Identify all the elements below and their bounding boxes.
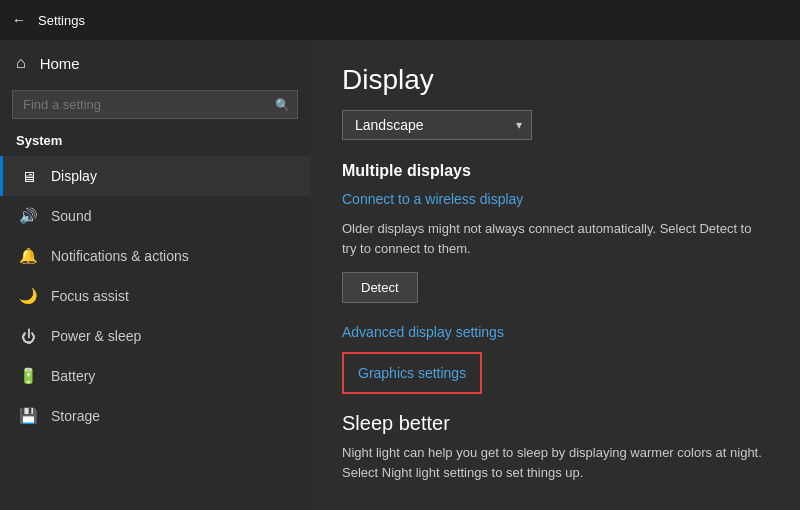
back-button[interactable]: ← xyxy=(12,12,26,28)
sleep-better-heading: Sleep better xyxy=(342,412,768,435)
sound-icon: 🔊 xyxy=(19,207,37,225)
main-layout: ⌂ Home 🔍 System 🖥 Display 🔊 Sound 🔔 Noti… xyxy=(0,40,800,510)
focus-assist-icon: 🌙 xyxy=(19,287,37,305)
sidebar-item-label-sound: Sound xyxy=(51,208,91,224)
detect-button[interactable]: Detect xyxy=(342,272,418,303)
advanced-display-link[interactable]: Advanced display settings xyxy=(342,324,504,340)
home-icon: ⌂ xyxy=(16,54,26,72)
sidebar-item-power-sleep[interactable]: ⏻ Power & sleep xyxy=(0,316,310,356)
sidebar-item-sound[interactable]: 🔊 Sound xyxy=(0,196,310,236)
sidebar-home[interactable]: ⌂ Home xyxy=(0,40,310,86)
sidebar-item-notifications[interactable]: 🔔 Notifications & actions xyxy=(0,236,310,276)
sidebar-search-container: 🔍 xyxy=(12,90,298,119)
orientation-dropdown[interactable]: Landscape Portrait Landscape (flipped) P… xyxy=(342,110,532,140)
sidebar-item-battery[interactable]: 🔋 Battery xyxy=(0,356,310,396)
sidebar-section-title: System xyxy=(0,129,310,156)
sidebar-item-focus-assist[interactable]: 🌙 Focus assist xyxy=(0,276,310,316)
sidebar-item-storage[interactable]: 💾 Storage xyxy=(0,396,310,436)
sidebar-item-label-storage: Storage xyxy=(51,408,100,424)
content-area: Display Landscape Portrait Landscape (fl… xyxy=(310,40,800,510)
orientation-dropdown-wrapper: Landscape Portrait Landscape (flipped) P… xyxy=(342,110,532,140)
power-icon: ⏻ xyxy=(19,327,37,345)
wireless-display-link[interactable]: Connect to a wireless display xyxy=(342,191,523,207)
graphics-settings-box: Graphics settings xyxy=(342,352,482,394)
sidebar-item-label-power: Power & sleep xyxy=(51,328,141,344)
title-bar: ← Settings xyxy=(0,0,800,40)
search-icon: 🔍 xyxy=(275,98,290,112)
search-input[interactable] xyxy=(12,90,298,119)
older-displays-description: Older displays might not always connect … xyxy=(342,219,762,258)
home-label: Home xyxy=(40,55,80,72)
sidebar-item-label-battery: Battery xyxy=(51,368,95,384)
notifications-icon: 🔔 xyxy=(19,247,37,265)
page-title: Display xyxy=(342,64,768,96)
graphics-settings-link[interactable]: Graphics settings xyxy=(358,365,466,381)
multiple-displays-heading: Multiple displays xyxy=(342,162,768,180)
sidebar-item-display[interactable]: 🖥 Display xyxy=(0,156,310,196)
sidebar-item-label-notifications: Notifications & actions xyxy=(51,248,189,264)
sidebar: ⌂ Home 🔍 System 🖥 Display 🔊 Sound 🔔 Noti… xyxy=(0,40,310,510)
battery-icon: 🔋 xyxy=(19,367,37,385)
storage-icon: 💾 xyxy=(19,407,37,425)
sidebar-item-label-focus: Focus assist xyxy=(51,288,129,304)
sleep-description: Night light can help you get to sleep by… xyxy=(342,443,768,482)
app-title: Settings xyxy=(38,13,85,28)
sidebar-item-label-display: Display xyxy=(51,168,97,184)
display-icon: 🖥 xyxy=(19,167,37,185)
